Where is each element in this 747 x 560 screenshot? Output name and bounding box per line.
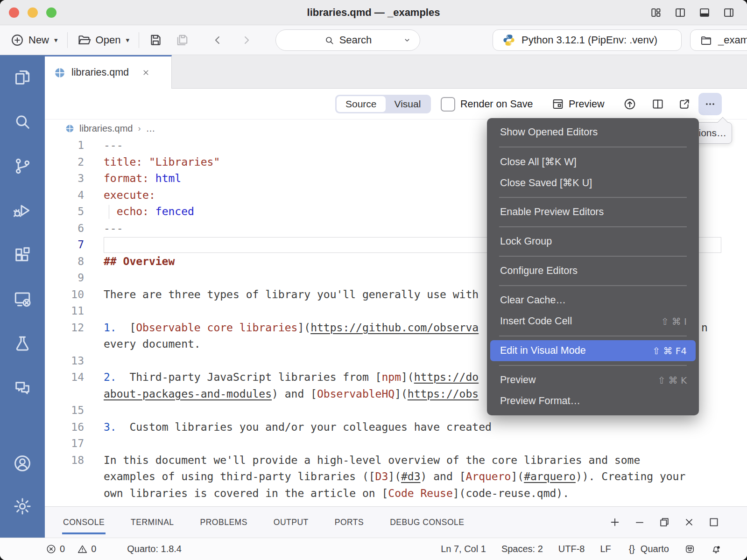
line-number: 18 bbox=[45, 452, 84, 469]
render-on-save-label: Render on Save bbox=[460, 89, 533, 119]
open-external-icon[interactable] bbox=[678, 98, 691, 111]
code-line[interactable]: 18In this document we'll provide a high-… bbox=[45, 452, 747, 469]
braces-glyph: {} bbox=[627, 544, 637, 554]
menu-item-lock-group[interactable]: Lock Group bbox=[490, 231, 696, 252]
back-icon[interactable] bbox=[211, 34, 224, 47]
settings-gear-icon[interactable] bbox=[11, 495, 34, 518]
comments-icon bbox=[13, 378, 32, 398]
forward-icon[interactable] bbox=[240, 34, 253, 47]
titlebar: libraries.qmd — _examples bbox=[0, 0, 747, 25]
preview-label[interactable]: Preview bbox=[569, 89, 604, 119]
line-number: 17 bbox=[45, 435, 84, 452]
menu-item-close-saved-k-u[interactable]: Close Saved [⌘K U] bbox=[490, 172, 696, 193]
extensions-icon[interactable] bbox=[11, 244, 34, 266]
interpreter-selector[interactable]: Python 3.12.1 (PipEnv: .venv) bbox=[493, 29, 682, 51]
panel-tab-debug-console[interactable]: DEBUG CONSOLE bbox=[389, 514, 465, 531]
code-line[interactable]: 163. Custom libraries you and/or your co… bbox=[45, 419, 747, 436]
customize-layout-icon[interactable] bbox=[650, 7, 662, 19]
menu-item-enable-preview-editors[interactable]: Enable Preview Editors bbox=[490, 202, 696, 223]
split-editor-icon[interactable] bbox=[674, 7, 686, 19]
open-folder-icon bbox=[77, 33, 92, 47]
explorer-icon[interactable] bbox=[11, 66, 34, 89]
menu-separator bbox=[487, 281, 699, 290]
panel-tab-ports[interactable]: PORTS bbox=[334, 514, 365, 531]
breadcrumb-file[interactable]: libraries.qmd bbox=[79, 123, 133, 134]
feedback-status[interactable] bbox=[684, 544, 695, 554]
close-icon[interactable] bbox=[683, 516, 695, 528]
line-number: 8 bbox=[45, 253, 84, 270]
line-number: 3 bbox=[45, 170, 84, 187]
new-label: New bbox=[28, 34, 49, 46]
panel-tab-problems[interactable]: PROBLEMS bbox=[199, 514, 248, 531]
close-icon[interactable] bbox=[141, 68, 150, 77]
code-line[interactable]: examples of using third-party libraries … bbox=[45, 469, 747, 485]
quarto-version-status[interactable]: Quarto: 1.8.4 bbox=[127, 544, 182, 554]
panel-tab-terminal[interactable]: TERMINAL bbox=[130, 514, 175, 531]
menu-item-preview[interactable]: Preview⇧ ⌘ K bbox=[490, 370, 696, 391]
search-icon[interactable] bbox=[11, 111, 34, 133]
encoding-status[interactable]: UTF-8 bbox=[558, 544, 585, 554]
project-label: _examples bbox=[718, 34, 747, 46]
language-mode-status[interactable]: {}Quarto bbox=[627, 544, 669, 554]
menu-item-configure-editors[interactable]: Configure Editors bbox=[490, 260, 696, 281]
chevron-down-icon bbox=[402, 35, 412, 45]
folder-icon bbox=[700, 34, 712, 47]
menu-shortcut: ⇧ ⌘ F4 bbox=[652, 345, 687, 357]
menu-item-edit-in-visual-mode[interactable]: Edit in Visual Mode⇧ ⌘ F4 bbox=[490, 340, 696, 361]
search-box[interactable]: Search bbox=[275, 29, 420, 51]
menu-separator bbox=[487, 143, 699, 151]
menu-item-show-opened-editors[interactable]: Show Opened Editors bbox=[490, 122, 696, 143]
panel-tab-output[interactable]: OUTPUT bbox=[273, 514, 310, 531]
preview-icon[interactable] bbox=[551, 98, 564, 111]
plus-circle-icon bbox=[10, 33, 24, 47]
menu-item-preview-format[interactable]: Preview Format… bbox=[490, 391, 696, 412]
source-control-icon[interactable] bbox=[11, 155, 34, 177]
minimize-icon[interactable] bbox=[634, 516, 646, 528]
code-line[interactable]: 17 bbox=[45, 435, 747, 452]
menu-item-close-all-k-w[interactable]: Close All [⌘K W] bbox=[490, 151, 696, 172]
menu-item-clear-cache[interactable]: Clear Cache… bbox=[490, 290, 696, 311]
toolbar-divider bbox=[139, 32, 139, 48]
save-icon[interactable] bbox=[148, 33, 163, 47]
restore-icon[interactable] bbox=[658, 516, 670, 528]
notifications-status[interactable] bbox=[711, 544, 721, 554]
line-number: 14 bbox=[45, 369, 84, 386]
panel-tab-console[interactable]: CONSOLE bbox=[62, 514, 106, 531]
project-selector[interactable]: _examples bbox=[690, 29, 747, 51]
errors-status[interactable]: 0 bbox=[46, 544, 65, 554]
maximize-icon[interactable] bbox=[708, 516, 720, 528]
save-all-icon[interactable] bbox=[175, 33, 190, 47]
menu-separator bbox=[487, 252, 699, 260]
code-line[interactable]: own libraries is covered in the article … bbox=[45, 485, 747, 502]
line-number: 7 bbox=[45, 237, 84, 253]
dropdown-caret-icon: ▾ bbox=[54, 36, 58, 44]
new-button[interactable]: New ▾ bbox=[10, 33, 58, 47]
add-icon[interactable] bbox=[609, 516, 621, 528]
toggle-panel-icon[interactable] bbox=[698, 7, 711, 19]
line-number: 15 bbox=[45, 402, 84, 419]
split-editor-icon[interactable] bbox=[651, 98, 664, 111]
warnings-status[interactable]: 0 bbox=[77, 544, 96, 554]
more-actions-button[interactable] bbox=[698, 93, 722, 115]
line-number: 2 bbox=[45, 154, 84, 171]
menu-item-insert-code-cell[interactable]: Insert Code Cell⇧ ⌘ I bbox=[490, 311, 696, 332]
cursor-position-status[interactable]: Ln 7, Col 1 bbox=[441, 544, 486, 554]
publish-icon[interactable] bbox=[623, 98, 636, 111]
indentation-status[interactable]: Spaces: 2 bbox=[501, 544, 543, 554]
visual-mode-button[interactable]: Visual bbox=[386, 96, 430, 112]
account-icon[interactable] bbox=[11, 452, 34, 475]
explorer-icon bbox=[13, 68, 32, 87]
tab-label: libraries.qmd bbox=[71, 67, 129, 78]
render-on-save-checkbox[interactable] bbox=[441, 97, 455, 112]
secondary-sidebar-icon[interactable] bbox=[723, 7, 735, 19]
open-button[interactable]: Open ▾ bbox=[77, 33, 129, 47]
comments-icon[interactable] bbox=[11, 377, 34, 399]
eol-status[interactable]: LF bbox=[600, 544, 611, 554]
tab-libraries-qmd[interactable]: libraries.qmd bbox=[45, 55, 172, 89]
breadcrumb-ellipsis[interactable]: … bbox=[146, 123, 155, 134]
source-mode-button[interactable]: Source bbox=[337, 96, 386, 112]
run-debug-icon[interactable] bbox=[11, 199, 34, 222]
remote-explorer-icon[interactable] bbox=[11, 288, 34, 310]
testing-icon[interactable] bbox=[11, 332, 34, 355]
code-fragment: n bbox=[701, 320, 708, 336]
